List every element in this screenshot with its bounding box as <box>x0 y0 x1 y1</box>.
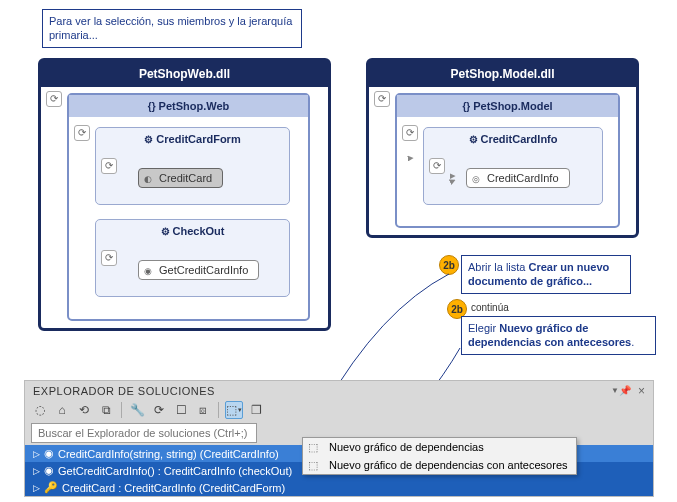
home-button[interactable]: ⌂ <box>53 401 71 419</box>
expand-icon[interactable]: ▷ <box>33 483 40 493</box>
class-checkout-title: ⚙CheckOut <box>96 220 289 242</box>
namespace-model-title: {}PetShop.Model <box>397 95 618 117</box>
chevron-icon[interactable]: ⟳ <box>101 250 117 266</box>
window-menu-dropdown[interactable]: ▼ <box>611 386 619 395</box>
class-creditcardform-title: ⚙CreditCardForm <box>96 128 289 150</box>
class-creditcardform-label: CreditCardForm <box>156 133 240 145</box>
chevron-icon[interactable]: ⟳ <box>74 125 90 141</box>
sync-button[interactable]: ⟲ <box>75 401 93 419</box>
hint-choose: Elegir Nuevo gráfico de dependencias con… <box>461 316 656 355</box>
menu-item-label: Nuevo gráfico de dependencias <box>329 441 484 453</box>
hint-choose-period: . <box>631 336 634 348</box>
search-input[interactable] <box>31 423 257 443</box>
member-getcreditcardinfo-label: GetCreditCardInfo <box>159 264 248 276</box>
menu-item-new-graph[interactable]: ⬚Nuevo gráfico de dependencias <box>303 438 576 456</box>
class-creditcardform: ⚙CreditCardForm ⟳ ◐CreditCard <box>95 127 290 205</box>
method-icon: ◉ <box>44 464 54 477</box>
class-creditcardinfo-title: ⚙CreditCardInfo <box>424 128 602 150</box>
graph-icon: ⬚ <box>308 441 318 454</box>
assembly-web-title: PetShopWeb.dll <box>41 61 328 87</box>
result-row-label: GetCreditCardInfo() : CreditCardInfo (ch… <box>58 465 292 477</box>
class-creditcardinfo: ⚙CreditCardInfo ⟳ ◎CreditCardInfo <box>423 127 603 205</box>
member-creditcardinfo[interactable]: ◎CreditCardInfo <box>466 168 570 188</box>
namespace-web: {}PetShop.Web ⟳ ⚙CreditCardForm ⟳ ◐Credi… <box>67 93 310 321</box>
member-creditcardinfo-label: CreditCardInfo <box>487 172 559 184</box>
menu-item-new-graph-ancestors[interactable]: ⬚Nuevo gráfico de dependencias con antec… <box>303 456 576 474</box>
result-row-label: CreditCardInfo(string, string) (CreditCa… <box>58 448 279 460</box>
namespace-web-title: {}PetShop.Web <box>69 95 308 117</box>
create-graph-menu: ⬚Nuevo gráfico de dependencias ⬚Nuevo gr… <box>302 437 577 475</box>
chevron-icon[interactable]: ⟳ <box>374 91 390 107</box>
assembly-model-title: PetShop.Model.dll <box>369 61 636 87</box>
preview-button[interactable]: ⧇ <box>194 401 212 419</box>
namespace-model-label: PetShop.Model <box>473 100 552 112</box>
namespace-model: {}PetShop.Model ⟳ ⚙CreditCardInfo ⟳ ◎Cre… <box>395 93 620 228</box>
namespace-web-label: PetShop.Web <box>159 100 230 112</box>
toolbar-separator <box>121 402 122 418</box>
back-button[interactable]: ◌ <box>31 401 49 419</box>
hint-open-list: Abrir la lista Crear un nuevo documento … <box>461 255 631 294</box>
hint-choose-pre: Elegir <box>468 322 499 334</box>
graph-ancestors-icon: ⬚ <box>308 459 318 472</box>
badge-2b-1: 2b <box>439 255 459 275</box>
assembly-model: PetShop.Model.dll ⟳ {}PetShop.Model ⟳ ⚙C… <box>366 58 639 238</box>
chevron-icon[interactable]: ⟳ <box>402 125 418 141</box>
pin-icon[interactable]: 📌 <box>619 385 631 396</box>
class-checkout-label: CheckOut <box>173 225 225 237</box>
member-creditcard-label: CreditCard <box>159 172 212 184</box>
chevron-icon[interactable]: ⟳ <box>46 91 62 107</box>
new-window-button[interactable]: ❐ <box>247 401 265 419</box>
class-creditcardinfo-label: CreditCardInfo <box>481 133 558 145</box>
class-checkout: ⚙CheckOut ⟳ ◉GetCreditCardInfo <box>95 219 290 297</box>
hint-open-pre: Abrir la lista <box>468 261 529 273</box>
expand-icon[interactable]: ▷ <box>33 466 40 476</box>
member-creditcard[interactable]: ◐CreditCard <box>138 168 223 188</box>
chevron-icon[interactable]: ⟳ <box>429 158 445 174</box>
showall-button[interactable]: ☐ <box>172 401 190 419</box>
close-icon[interactable]: × <box>638 384 645 398</box>
result-row-label: CreditCard : CreditCardInfo (CreditCardF… <box>62 482 285 494</box>
expand-icon[interactable]: ▷ <box>33 449 40 459</box>
chevron-icon[interactable]: ⟳ <box>101 158 117 174</box>
solution-explorer-title: EXPLORADOR DE SOLUCIONES <box>25 381 653 399</box>
refresh-button[interactable]: ⟳ <box>150 401 168 419</box>
hint-top: Para ver la selección, sus miembros y la… <box>42 9 302 48</box>
hint-continua: continúa <box>471 302 509 313</box>
toolbar: ◌ ⌂ ⟲ ⧉ 🔧 ⟳ ☐ ⧇ ⬚▾ ❐ <box>25 399 653 421</box>
create-graph-button[interactable]: ⬚▾ <box>225 401 243 419</box>
toolbar-separator <box>218 402 219 418</box>
result-row[interactable]: ▷🔑CreditCard : CreditCardInfo (CreditCar… <box>25 479 653 496</box>
property-icon: 🔑 <box>44 481 58 494</box>
method-icon: ◉ <box>44 447 54 460</box>
properties-button[interactable]: 🔧 <box>128 401 146 419</box>
member-getcreditcardinfo[interactable]: ◉GetCreditCardInfo <box>138 260 259 280</box>
menu-item-label: Nuevo gráfico de dependencias con antece… <box>329 459 568 471</box>
collapse-button[interactable]: ⧉ <box>97 401 115 419</box>
assembly-web: PetShopWeb.dll ⟳ {}PetShop.Web ⟳ ⚙Credit… <box>38 58 331 331</box>
